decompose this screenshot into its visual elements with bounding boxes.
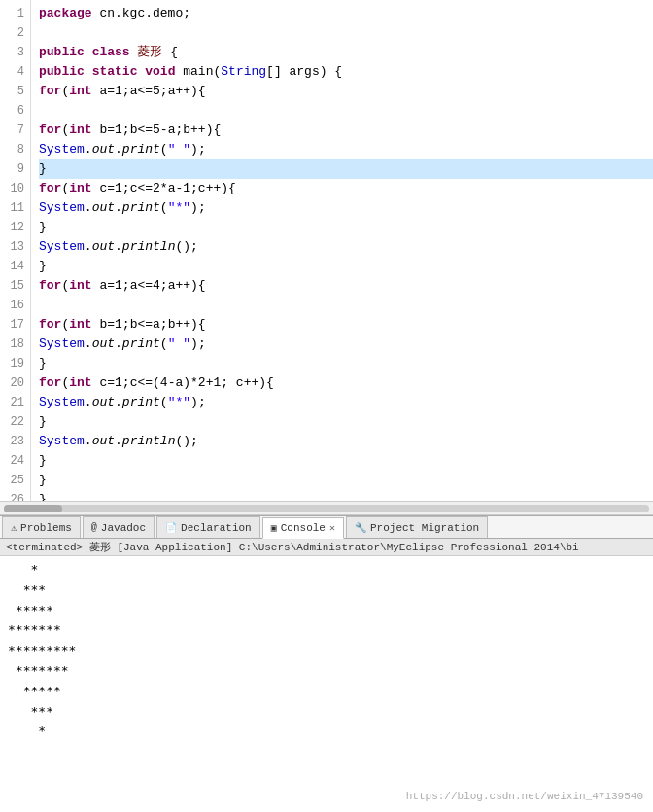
code-line: System.out.println();: [39, 432, 653, 451]
code-line: }: [39, 159, 653, 179]
tab-label-project-migration: Project Migration: [370, 522, 479, 534]
scrollbar-thumb[interactable]: [4, 505, 62, 512]
code-token: b=1;b<=5-a;b++){: [92, 123, 222, 137]
horizontal-scrollbar[interactable]: [0, 501, 653, 514]
code-token: c=1;c<=2*a-1;c++){: [92, 181, 236, 195]
code-token: c=1;c<=(4-a)*2+1; c++){: [92, 375, 274, 390]
console-area: <terminated> 菱形 [Java Application] C:\Us…: [0, 539, 653, 812]
code-token: System: [39, 336, 85, 351]
code-token: for: [39, 181, 61, 195]
code-token: (: [160, 142, 168, 157]
tab-console[interactable]: ▣Console✕: [262, 517, 344, 539]
code-line: for(int c=1;c<=(4-a)*2+1; c++){: [39, 373, 653, 393]
code-line: for(int a=1;a<=4;a++){: [39, 276, 653, 296]
code-line: public class 菱形 {: [39, 43, 653, 62]
code-token: "*": [168, 395, 190, 409]
line-number: 15: [4, 276, 24, 296]
line-number: 5: [4, 82, 24, 101]
code-line: for(int c=1;c<=2*a-1;c++){: [39, 179, 653, 198]
code-token: out: [92, 395, 115, 409]
line-number: 13: [4, 237, 24, 257]
code-token: int: [69, 278, 91, 293]
code-token: print: [122, 200, 160, 215]
line-number: 24: [4, 451, 24, 471]
code-token: .: [85, 200, 92, 215]
line-number: 6: [4, 101, 24, 121]
code-token: }: [39, 220, 47, 234]
code-token: println: [122, 434, 176, 448]
code-line: [39, 23, 653, 43]
line-number: 8: [4, 140, 24, 159]
code-token: .: [85, 336, 92, 351]
code-line: }: [39, 471, 653, 490]
tab-icon-problems: ⚠: [11, 522, 17, 534]
code-token: }: [39, 453, 47, 468]
code-token: print: [122, 142, 160, 157]
code-token: .: [85, 395, 92, 409]
line-number: 16: [4, 296, 24, 315]
tab-label-problems: Problems: [20, 522, 72, 534]
tab-label-javadoc: Javadoc: [101, 522, 146, 534]
code-token: .: [85, 239, 92, 254]
console-output-line: *********: [8, 641, 645, 661]
code-token: int: [69, 375, 91, 390]
code-content[interactable]: package cn.kgc.demo; public class 菱形 {pu…: [31, 0, 653, 501]
line-number: 17: [4, 315, 24, 335]
code-token: main(: [175, 64, 221, 79]
tab-icon-javadoc: @: [91, 522, 97, 533]
code-token: b=1;b<=a;b++){: [92, 317, 206, 332]
code-token: out: [92, 336, 115, 351]
code-token: cn.kgc.demo;: [92, 6, 190, 20]
code-line: package cn.kgc.demo;: [39, 4, 653, 23]
code-token: .: [115, 239, 122, 254]
code-token: " ": [168, 142, 190, 157]
line-number: 2: [4, 23, 24, 43]
code-token: );: [190, 395, 206, 409]
code-token: (: [160, 395, 168, 409]
code-token: }: [39, 356, 47, 371]
code-token: "*": [168, 200, 190, 215]
tab-declaration[interactable]: 📄Declaration: [156, 516, 260, 538]
code-token: print: [122, 336, 160, 351]
tab-label-declaration: Declaration: [181, 522, 252, 534]
code-token: ();: [175, 239, 197, 254]
code-line: for(int b=1;b<=a;b++){: [39, 315, 653, 335]
code-token: " ": [168, 336, 190, 351]
scrollbar-track[interactable]: [4, 505, 649, 512]
code-token: );: [190, 200, 206, 215]
watermark: https://blog.csdn.net/weixin_47139540: [406, 791, 643, 802]
code-token: out: [92, 434, 115, 448]
code-line: System.out.print(" ");: [39, 140, 653, 159]
line-number: 22: [4, 412, 24, 432]
line-number: 23: [4, 432, 24, 451]
code-token: .: [85, 434, 92, 448]
tab-javadoc[interactable]: @Javadoc: [83, 516, 155, 538]
code-token: for: [39, 278, 61, 293]
line-number: 18: [4, 335, 24, 354]
code-token: 菱形: [137, 45, 162, 59]
code-editor: 1234567891011121314151617181920212223242…: [0, 0, 653, 515]
code-token: for: [39, 317, 61, 332]
tab-project-migration[interactable]: 🔧Project Migration: [346, 516, 488, 538]
console-output-line: *****: [8, 601, 645, 621]
code-token: out: [92, 142, 115, 157]
code-token: static: [92, 64, 138, 79]
tab-problems[interactable]: ⚠Problems: [2, 516, 81, 538]
console-output-line: *****: [8, 682, 645, 702]
code-token: package: [39, 6, 92, 20]
code-token: a=1;a<=5;a++){: [92, 84, 206, 98]
console-output-line: *******: [8, 661, 645, 682]
code-token: (: [160, 336, 168, 351]
line-number: 14: [4, 257, 24, 276]
line-number: 9: [4, 159, 24, 179]
code-token: out: [92, 239, 115, 254]
code-line: System.out.println();: [39, 237, 653, 257]
console-output: * *** ********************* ******* ****…: [0, 556, 653, 812]
tab-close-console[interactable]: ✕: [329, 522, 335, 534]
code-token: [85, 64, 92, 79]
code-token: public: [39, 45, 85, 59]
tab-icon-console: ▣: [271, 522, 277, 534]
code-line: }: [39, 451, 653, 471]
code-token: }: [39, 473, 47, 487]
console-output-line: *: [8, 722, 645, 742]
